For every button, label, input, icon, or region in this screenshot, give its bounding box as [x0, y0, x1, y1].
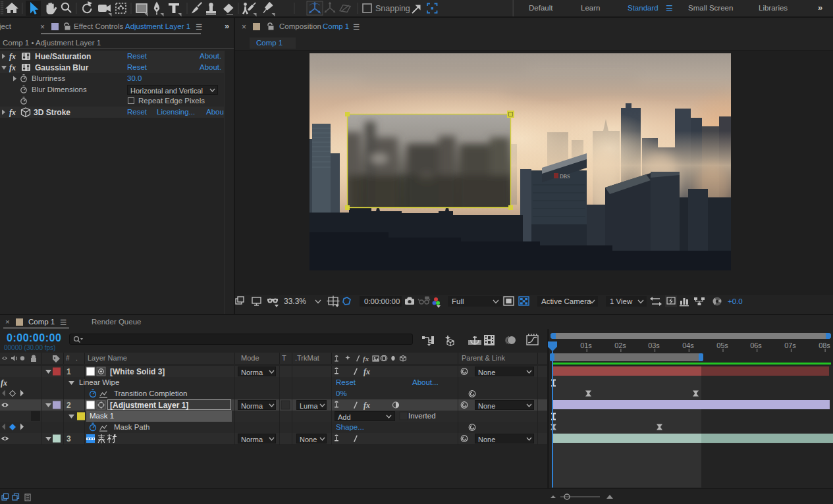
svg-text:fx: fx	[363, 367, 370, 376]
svg-text:Snapping: Snapping	[375, 4, 410, 13]
svg-text:1: 1	[67, 367, 71, 376]
svg-text:T: T	[282, 354, 286, 362]
svg-text:Active Camera: Active Camera	[541, 297, 591, 305]
svg-text:Parent & Link: Parent & Link	[462, 354, 506, 362]
svg-text:fx: fx	[9, 52, 16, 61]
svg-text:fx: fx	[9, 63, 16, 72]
svg-text:3: 3	[67, 434, 71, 443]
svg-text:+0.0: +0.0	[728, 297, 743, 305]
svg-text:33.3%: 33.3%	[284, 297, 306, 306]
svg-text:Mode: Mode	[241, 354, 259, 362]
svg-text:Full: Full	[452, 297, 464, 305]
svg-text:#: #	[66, 355, 70, 362]
svg-text:fx: fx	[363, 355, 369, 363]
svg-text:0:00:00:00: 0:00:00:00	[364, 297, 400, 305]
svg-text:DBS: DBS	[560, 174, 570, 180]
svg-text:.: .	[76, 355, 78, 362]
svg-text:Layer Name: Layer Name	[88, 354, 127, 362]
svg-text:fx: fx	[363, 401, 370, 410]
svg-text:2: 2	[67, 401, 71, 410]
svg-text:fx: fx	[9, 108, 16, 117]
svg-text:fx: fx	[1, 378, 7, 388]
svg-text:1 View: 1 View	[610, 297, 633, 305]
svg-text:.TrkMat: .TrkMat	[295, 354, 319, 362]
